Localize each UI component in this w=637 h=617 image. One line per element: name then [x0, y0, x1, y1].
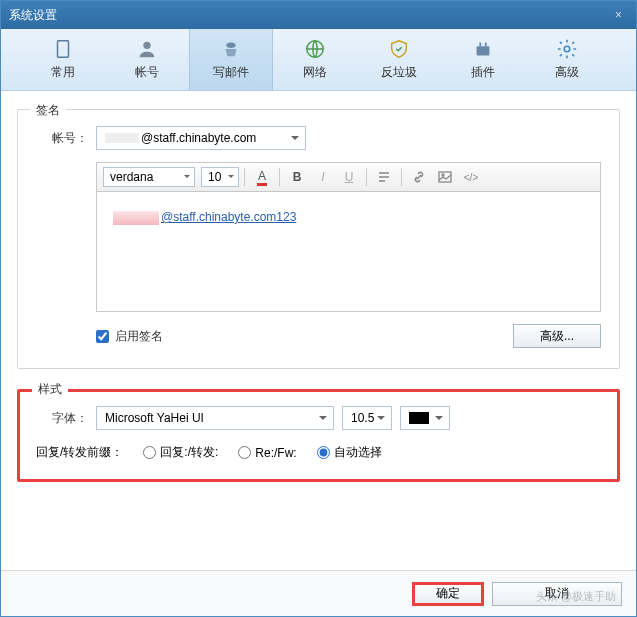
gear-icon — [556, 38, 578, 60]
svg-point-7 — [564, 46, 570, 52]
tab-network[interactable]: 网络 — [273, 29, 357, 90]
tab-advanced[interactable]: 高级 — [525, 29, 609, 90]
watermark-text: 头条 @极速手助 — [536, 589, 616, 604]
align-button[interactable] — [372, 166, 396, 188]
svg-point-9 — [442, 174, 444, 176]
tab-account[interactable]: 帐号 — [105, 29, 189, 90]
svg-point-1 — [143, 42, 150, 49]
svg-rect-5 — [479, 43, 481, 47]
dialog-footer: 确定 取消 头条 @极速手助 — [1, 570, 636, 616]
settings-tabs: 常用 帐号 写邮件 网络 反垃圾 插件 高级 — [1, 29, 636, 91]
signature-advanced-button[interactable]: 高级... — [513, 324, 601, 348]
signature-group: 签名 帐号： @staff.chinabyte.com verdana 10 A… — [17, 109, 620, 369]
font-color-button[interactable]: A — [250, 166, 274, 188]
user-icon — [136, 38, 158, 60]
editor-toolbar: verdana 10 A B I U </> — [96, 162, 601, 192]
svg-rect-4 — [477, 46, 490, 55]
account-select[interactable]: @staff.chinabyte.com — [96, 126, 306, 150]
window-title: 系统设置 — [9, 7, 57, 24]
prefix-label: 回复/转发前缀： — [36, 444, 123, 461]
image-button[interactable] — [433, 166, 457, 188]
style-color-select[interactable] — [400, 406, 450, 430]
link-button[interactable] — [407, 166, 431, 188]
svg-point-2 — [226, 43, 235, 49]
redacted-text — [113, 211, 159, 225]
bold-button[interactable]: B — [285, 166, 309, 188]
globe-icon — [304, 38, 326, 60]
plugin-icon — [472, 38, 494, 60]
ok-button[interactable]: 确定 — [412, 582, 484, 606]
tab-antispam[interactable]: 反垃圾 — [357, 29, 441, 90]
page-icon — [52, 38, 74, 60]
tab-common[interactable]: 常用 — [21, 29, 105, 90]
redacted-prefix — [105, 133, 139, 143]
signature-legend: 签名 — [30, 102, 66, 119]
font-label: 字体： — [36, 410, 88, 427]
titlebar: 系统设置 × — [1, 1, 636, 29]
shield-icon — [388, 38, 410, 60]
close-icon[interactable]: × — [609, 8, 628, 22]
svg-rect-0 — [58, 41, 69, 58]
italic-button[interactable]: I — [311, 166, 335, 188]
radio-refw[interactable]: Re:/Fw: — [238, 446, 296, 460]
color-swatch — [409, 412, 429, 424]
code-button[interactable]: </> — [459, 166, 483, 188]
style-size-select[interactable]: 10.5 — [342, 406, 392, 430]
radio-reply[interactable]: 回复:/转发: — [143, 444, 218, 461]
tab-plugin[interactable]: 插件 — [441, 29, 525, 90]
radio-auto[interactable]: 自动选择 — [317, 444, 382, 461]
style-font-select[interactable]: Microsoft YaHei UI — [96, 406, 334, 430]
compose-icon — [220, 38, 242, 60]
font-family-select[interactable]: verdana — [103, 167, 195, 187]
signature-editor[interactable]: @staff.chinabyte.com123 — [96, 192, 601, 312]
svg-rect-6 — [485, 43, 487, 47]
underline-button[interactable]: U — [337, 166, 361, 188]
style-group: 样式 字体： Microsoft YaHei UI 10.5 回复/转发前缀： … — [17, 389, 620, 482]
style-legend: 样式 — [32, 381, 68, 398]
account-label: 帐号： — [36, 130, 88, 147]
tab-compose[interactable]: 写邮件 — [189, 29, 273, 90]
font-size-select[interactable]: 10 — [201, 167, 239, 187]
enable-signature-checkbox[interactable]: 启用签名 — [96, 328, 163, 345]
